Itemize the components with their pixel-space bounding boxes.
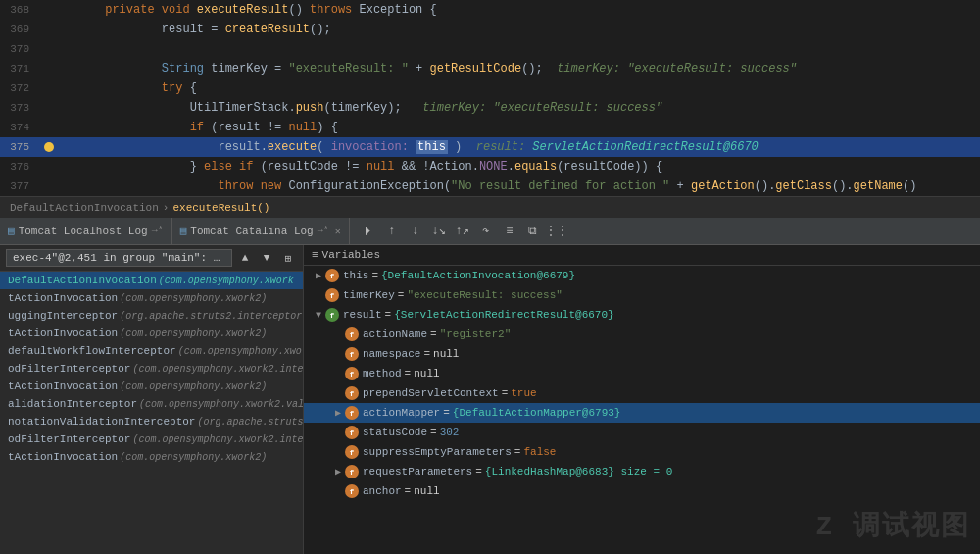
frame-package-3: (com.opensymphony.xwork2) (120, 328, 267, 339)
var-value-sc: 302 (440, 427, 460, 438)
stack-frame-2[interactable]: uggingInterceptor (org.apache.struts2.in… (0, 307, 303, 325)
stack-frame-4[interactable]: defaultWorkflowInterceptor (com.opensymp… (0, 342, 303, 360)
nav-up-button[interactable]: ▲ (236, 249, 254, 267)
var-name-result: result (343, 309, 382, 321)
pause-button[interactable]: ↑ (381, 221, 403, 242)
variables-icon: ≡ (312, 249, 318, 261)
var-eq-result: = (385, 309, 392, 321)
line-number-375: 375 (0, 141, 39, 153)
variables-title: Variables (322, 249, 380, 261)
var-row-this[interactable]: ▶ f this = {DefaultActionInvocation@6679… (304, 266, 980, 285)
var-row-actionMapper[interactable]: ▶ f actionMapper = {DefaultActionMapper@… (304, 403, 980, 423)
stack-frame-6[interactable]: tActionInvocation (com.opensymphony.xwor… (0, 378, 303, 395)
var-name-psc: prependServletContext (363, 387, 499, 399)
debug-tabs: ▤ Tomcat Localhost Log →* ▤ Tomcat Catal… (0, 218, 980, 245)
stack-frame-10[interactable]: tActionInvocation (com.opensymphony.xwor… (0, 448, 303, 466)
var-name-anchor: anchor (363, 485, 402, 497)
var-value-actionName: "register2" (440, 328, 512, 340)
var-name-am: actionMapper (363, 407, 440, 419)
step-into-button[interactable]: ↓↘ (428, 221, 450, 242)
tab-catalina-log[interactable]: ▤ Tomcat Catalina Log →* ✕ (172, 218, 350, 245)
resume-button[interactable]: ⏵ (358, 221, 379, 242)
var-value-sep: false (523, 446, 556, 458)
tab-close-2[interactable]: ✕ (335, 226, 341, 237)
type-icon-anchor: f (345, 484, 359, 498)
step-out-button[interactable]: ↑↗ (452, 221, 473, 242)
var-row-method[interactable]: f method = null (304, 364, 980, 383)
var-eq-sc: = (430, 427, 437, 438)
type-icon-method: f (345, 367, 359, 380)
tab-pin-icon-2: →* (318, 226, 329, 236)
stack-frame-3[interactable]: tActionInvocation (com.opensymphony.xwor… (0, 325, 303, 342)
frame-class-8: notationValidationInterceptor (8, 416, 195, 428)
tab-pin-icon-1: →* (152, 226, 164, 236)
var-eq-actionName: = (430, 328, 437, 340)
step-over-button[interactable]: ↓ (405, 221, 426, 242)
var-value-result: {ServletActionRedirectResult@6670} (394, 309, 613, 321)
tab-localhost-log[interactable]: ▤ Tomcat Localhost Log →* (0, 218, 172, 245)
tab-localhost-label: Tomcat Localhost Log (19, 226, 148, 237)
frame-class-2: uggingInterceptor (8, 310, 118, 322)
frame-package-10: (com.opensymphony.xwork2) (120, 452, 267, 463)
var-row-timerKey[interactable]: f timerKey = "executeResult: success" (304, 285, 980, 305)
expand-icon-rp: ▶ (331, 466, 345, 478)
frame-package-1: (com.opensymphony.xwork2) (120, 293, 267, 304)
var-eq-rp: = (475, 466, 482, 478)
thread-selector: exec-4"@2,451 in group "main": ... ▲ ▼ ⊞ (0, 245, 303, 272)
line-number-373: 373 (0, 102, 39, 114)
var-eq-timerKey: = (398, 289, 405, 301)
code-line-369: 369 result = createResult(); (0, 20, 980, 39)
nav-down-button[interactable]: ▼ (258, 249, 275, 267)
var-value-timerKey: "executeResult: success" (407, 289, 562, 301)
evaluate-button[interactable]: ≡ (499, 221, 520, 242)
var-eq-method: = (405, 368, 412, 379)
var-eq-this: = (371, 270, 378, 281)
var-row-requestParameters[interactable]: ▶ f requestParameters = {LinkedHashMap@6… (304, 462, 980, 481)
frame-class-10: tActionInvocation (8, 451, 118, 463)
type-icon-timerKey: f (325, 288, 339, 302)
frame-package-9: (com.opensymphony.xwork2.inter (132, 434, 303, 445)
line-number-372: 372 (0, 82, 39, 94)
var-row-actionName[interactable]: f actionName = "register2" (304, 325, 980, 344)
run-to-cursor-button[interactable]: ↷ (475, 221, 497, 242)
frame-class-7: alidationInterceptor (8, 398, 137, 410)
line-number-374: 374 (0, 122, 39, 133)
var-row-statusCode[interactable]: f statusCode = 302 (304, 423, 980, 442)
var-value-namespace: null (433, 348, 459, 360)
toolbar-icons: ⏵ ↑ ↓ ↓↘ ↑↗ ↷ ≡ ⧉ ⋮⋮ (358, 221, 567, 242)
type-icon-namespace: f (345, 347, 359, 361)
log-icon-1: ▤ (8, 225, 15, 237)
var-name-timerKey: timerKey (343, 289, 395, 301)
var-row-prependServletContext[interactable]: f prependServletContext = true (304, 383, 980, 403)
code-line-377: 377 throw new ConfigurationException("No… (0, 176, 980, 196)
var-eq-namespace: = (423, 348, 430, 360)
var-row-result[interactable]: ▼ f result = {ServletActionRedirectResul… (304, 305, 980, 325)
var-name-namespace: namespace (363, 348, 420, 360)
line-number-368: 368 (0, 4, 39, 16)
stack-frame-5[interactable]: odFilterInterceptor (com.opensymphony.xw… (0, 360, 303, 378)
variable-tree: ▶ f this = {DefaultActionInvocation@6679… (304, 266, 980, 554)
gutter-375 (39, 142, 59, 152)
frame-package-7: (com.opensymphony.xwork2.vali (139, 399, 303, 410)
var-name-actionName: actionName (363, 328, 427, 340)
threads-button[interactable]: ⋮⋮ (546, 221, 567, 242)
thread-dropdown[interactable]: exec-4"@2,451 in group "main": ... (6, 249, 232, 267)
var-eq-anchor: = (405, 485, 412, 497)
stack-frame-8[interactable]: notationValidationInterceptor (org.apach… (0, 413, 303, 430)
stack-frame-9[interactable]: odFilterInterceptor (com.opensymphony.xw… (0, 430, 303, 448)
var-row-suppressEmptyParameters[interactable]: f suppressEmptyParameters = false (304, 442, 980, 462)
var-row-anchor[interactable]: f anchor = null (304, 481, 980, 501)
tab-catalina-label: Tomcat Catalina Log (190, 226, 313, 237)
stack-frame-1[interactable]: tActionInvocation (com.opensymphony.xwor… (0, 289, 303, 307)
filter-button[interactable]: ⊞ (279, 249, 297, 267)
stack-frame-0[interactable]: DefaultActionInvocation (com.opensymphon… (0, 272, 303, 289)
stack-panel: exec-4"@2,451 in group "main": ... ▲ ▼ ⊞… (0, 245, 304, 554)
frame-class-6: tActionInvocation (8, 380, 118, 392)
var-row-namespace[interactable]: f namespace = null (304, 344, 980, 364)
type-icon-this: f (325, 269, 339, 282)
frame-class-4: defaultWorkflowInterceptor (8, 345, 176, 357)
stack-frame-7[interactable]: alidationInterceptor (com.opensymphony.x… (0, 395, 303, 413)
line-number-377: 377 (0, 180, 39, 192)
frames-button[interactable]: ⧉ (522, 221, 544, 242)
var-value-psc: true (511, 387, 536, 399)
